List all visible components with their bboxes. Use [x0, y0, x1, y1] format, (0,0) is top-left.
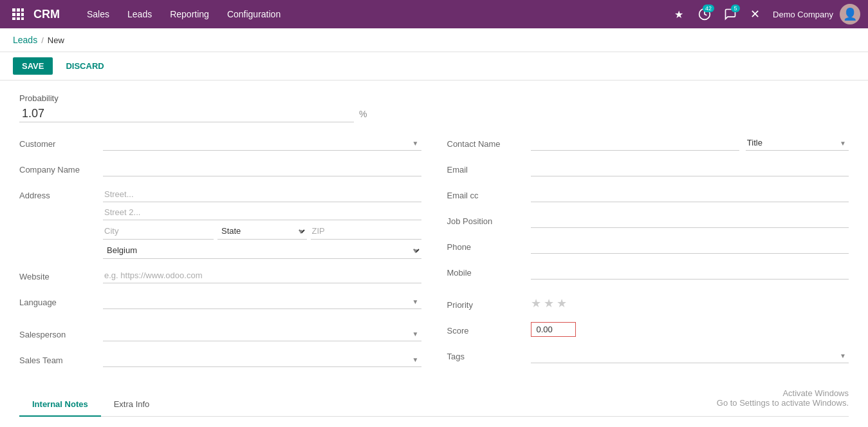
email-row: Email — [447, 161, 849, 180]
priority-star-2[interactable]: ★ — [544, 296, 554, 310]
phone-input[interactable] — [531, 238, 849, 254]
city-input[interactable] — [103, 223, 214, 240]
phone-field — [531, 238, 849, 254]
breadcrumb-separator: / — [41, 35, 44, 45]
svg-rect-8 — [21, 17, 24, 20]
priority-stars: ★ ★ ★ — [531, 296, 849, 310]
tags-field: ▼ — [531, 348, 849, 363]
language-row: Language ▼ — [19, 294, 421, 313]
company-name-label: Company Name — [19, 161, 103, 175]
zip-input[interactable] — [311, 223, 421, 240]
svg-rect-1 — [17, 8, 20, 12]
messages-badge: 5 — [731, 5, 740, 12]
breadcrumb: Leads / New — [0, 28, 868, 52]
website-input[interactable] — [103, 268, 421, 283]
country-select[interactable]: Belgium — [103, 242, 421, 259]
svg-rect-6 — [12, 17, 15, 20]
probability-percent: % — [359, 109, 367, 119]
save-button[interactable]: SAVE — [13, 57, 53, 75]
company-name[interactable]: Demo Company — [773, 10, 833, 19]
mobile-label: Mobile — [447, 264, 531, 278]
form-left: Customer ▼ Company Name — [19, 135, 421, 377]
contact-name-row: Contact Name Title ▼ — [447, 135, 849, 155]
street-input[interactable] — [103, 187, 421, 202]
phone-row: Phone — [447, 238, 849, 258]
app-logo[interactable]: CRM — [33, 8, 60, 21]
title-select[interactable]: Title — [746, 135, 849, 151]
tab-internal-notes[interactable]: Internal Notes — [19, 393, 101, 417]
probability-input[interactable] — [19, 106, 354, 122]
language-select[interactable] — [103, 294, 421, 309]
email-cc-row: Email cc — [447, 187, 849, 206]
contact-name-input[interactable] — [531, 135, 739, 151]
job-position-input[interactable] — [531, 213, 849, 228]
email-input[interactable] — [531, 161, 849, 176]
topnav-right: ★ 42 5 ✕ Demo Company 👤 — [669, 4, 860, 24]
address-row: Address State — [19, 187, 421, 261]
salesperson-select[interactable] — [103, 326, 421, 341]
tags-label: Tags — [447, 348, 531, 361]
discard-button[interactable]: DISCARD — [59, 57, 110, 75]
svg-rect-3 — [12, 13, 15, 16]
website-label: Website — [19, 268, 103, 281]
sales-team-label: Sales Team — [19, 352, 103, 365]
tab-extra-info[interactable]: Extra Info — [101, 393, 163, 417]
sales-team-select[interactable] — [103, 352, 421, 367]
email-cc-input[interactable] — [531, 187, 849, 202]
tags-select[interactable] — [531, 348, 849, 363]
company-name-field — [103, 161, 421, 176]
company-name-input[interactable] — [103, 161, 421, 176]
form-card: Probability % Customer ▼ — [0, 81, 868, 427]
top-navigation: CRM Sales Leads Reporting Configuration … — [0, 0, 868, 28]
breadcrumb-current: New — [48, 35, 64, 45]
tabs-bar: Internal Notes Extra Info — [19, 393, 849, 417]
salesperson-field: ▼ — [103, 326, 421, 341]
mobile-field — [531, 264, 849, 280]
job-position-label: Job Position — [447, 213, 531, 226]
website-row: Website — [19, 268, 421, 287]
settings-icon[interactable]: ★ — [669, 5, 688, 24]
main-content: Probability % Customer ▼ — [0, 81, 868, 427]
score-field — [531, 322, 849, 337]
user-avatar[interactable]: 👤 — [840, 4, 860, 24]
messages-icon[interactable]: 5 — [721, 5, 740, 24]
state-select[interactable]: State — [217, 223, 307, 240]
svg-rect-2 — [21, 8, 24, 12]
form-right: Contact Name Title ▼ Email — [447, 135, 849, 377]
website-field — [103, 268, 421, 283]
form-grid: Customer ▼ Company Name — [19, 135, 849, 377]
contact-name-field: Title ▼ — [531, 135, 849, 151]
mobile-row: Mobile — [447, 264, 849, 283]
priority-star-3[interactable]: ★ — [557, 296, 567, 310]
nav-sales[interactable]: Sales — [78, 0, 118, 28]
nav-reporting[interactable]: Reporting — [161, 0, 218, 28]
salesperson-row: Salesperson ▼ — [19, 326, 421, 345]
street2-input[interactable] — [103, 205, 421, 220]
priority-row: Priority ★ ★ ★ — [447, 296, 849, 316]
svg-rect-4 — [17, 13, 20, 16]
score-input[interactable] — [531, 322, 576, 337]
email-label: Email — [447, 161, 531, 175]
tags-row: Tags ▼ — [447, 348, 849, 367]
svg-rect-0 — [12, 8, 15, 12]
phone-label: Phone — [447, 238, 531, 252]
contact-name-label: Contact Name — [447, 135, 531, 149]
email-cc-field — [531, 187, 849, 202]
address-fields: State ▼ Belgium ▼ — [103, 187, 421, 261]
priority-field: ★ ★ ★ — [531, 296, 849, 310]
customer-label: Customer — [19, 135, 103, 149]
salesperson-label: Salesperson — [19, 326, 103, 339]
language-label: Language — [19, 294, 103, 307]
probability-label: Probability — [19, 93, 849, 103]
nav-configuration[interactable]: Configuration — [218, 0, 290, 28]
customer-select[interactable] — [103, 135, 421, 151]
nav-leads[interactable]: Leads — [118, 0, 161, 28]
priority-label: Priority — [447, 296, 531, 310]
mobile-input[interactable] — [531, 264, 849, 280]
description-area[interactable]: Add a description... — [19, 417, 849, 427]
breadcrumb-parent[interactable]: Leads — [13, 35, 37, 45]
priority-star-1[interactable]: ★ — [531, 296, 541, 310]
grid-menu-icon[interactable] — [8, 4, 28, 24]
close-icon[interactable]: ✕ — [750, 7, 760, 21]
activity-icon[interactable]: 42 — [695, 5, 714, 24]
